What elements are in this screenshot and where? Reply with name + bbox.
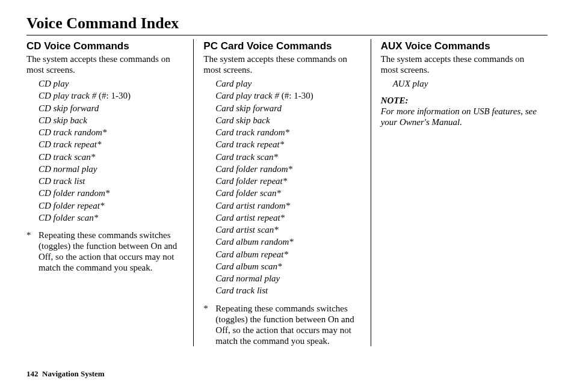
command-item: Card track random* <box>215 126 360 138</box>
aux-note-heading: NOTE: <box>381 96 538 106</box>
cd-footnote-text: Repeating these commands switches (toggl… <box>39 230 184 273</box>
column-aux: AUX Voice Commands The system accepts th… <box>371 39 548 346</box>
page-title: Voice Command Index <box>26 14 548 32</box>
command-item: CD play track # (#: 1-30) <box>39 90 184 102</box>
pc-card-footnote: * Repeating these commands switches (tog… <box>203 303 360 346</box>
command-item: Card track repeat* <box>215 138 360 150</box>
command-item: CD track list <box>39 175 184 187</box>
command-item: CD normal play <box>39 163 184 175</box>
command-item: CD skip forward <box>39 102 184 114</box>
command-item: Card album random* <box>215 236 360 248</box>
cd-intro: The system accepts these commands on mos… <box>26 54 184 75</box>
command-item: Card folder repeat* <box>215 175 360 187</box>
horizontal-rule <box>26 35 548 35</box>
command-item: CD folder random* <box>39 187 184 199</box>
command-item: CD folder repeat* <box>39 200 184 212</box>
command-item: Card play track # (#: 1-30) <box>215 90 360 102</box>
aux-note-body: For more information on USB features, se… <box>381 106 538 127</box>
command-item: Card play <box>215 78 360 90</box>
command-item: Card folder scan* <box>215 187 360 199</box>
pc-card-intro: The system accepts these commands on mos… <box>203 54 360 75</box>
footer-label: Navigation System <box>42 369 105 378</box>
command-item: Card skip back <box>215 114 360 126</box>
cd-footnote-marker: * <box>26 230 39 273</box>
page: Voice Command Index CD Voice Commands Th… <box>0 0 574 392</box>
command-item: Card artist repeat* <box>215 212 360 224</box>
command-item: Card normal play <box>215 272 360 284</box>
command-item: Card folder random* <box>215 163 360 175</box>
column-cd: CD Voice Commands The system accepts the… <box>26 39 193 346</box>
pc-card-command-list: Card playCard play track # (#: 1-30)Card… <box>203 78 360 297</box>
aux-heading: AUX Voice Commands <box>381 40 538 52</box>
command-item: Card album scan* <box>215 260 360 272</box>
command-item: CD track random* <box>39 126 184 138</box>
command-item: CD folder scan* <box>39 212 184 224</box>
command-item: Card album repeat* <box>215 248 360 260</box>
command-item: AUX play <box>393 78 538 90</box>
cd-footnote: * Repeating these commands switches (tog… <box>26 230 184 273</box>
command-suffix: (#: 1-30) <box>279 91 313 100</box>
page-number: 142 <box>26 369 39 378</box>
command-item: Card track scan* <box>215 151 360 163</box>
command-item: CD play <box>39 78 184 90</box>
cd-heading: CD Voice Commands <box>26 40 184 52</box>
command-item: Card skip forward <box>215 102 360 114</box>
command-item: Card track list <box>215 284 360 296</box>
command-item: CD skip back <box>39 114 184 126</box>
column-pc-card: PC Card Voice Commands The system accept… <box>193 39 370 346</box>
command-item: CD track repeat* <box>39 138 184 150</box>
pc-card-heading: PC Card Voice Commands <box>203 40 360 52</box>
command-item: Card artist scan* <box>215 224 360 236</box>
footer: 142 Navigation System <box>26 369 105 379</box>
command-item: Card artist random* <box>215 200 360 212</box>
aux-command-list: AUX play <box>381 78 538 90</box>
columns: CD Voice Commands The system accepts the… <box>26 39 548 346</box>
pc-card-footnote-marker: * <box>203 303 215 346</box>
pc-card-footnote-text: Repeating these commands switches (toggl… <box>215 303 360 346</box>
aux-intro: The system accepts these commands on mos… <box>381 54 538 75</box>
command-item: CD track scan* <box>39 151 184 163</box>
cd-command-list: CD playCD play track # (#: 1-30)CD skip … <box>26 78 184 224</box>
command-suffix: (#: 1-30) <box>96 91 131 100</box>
